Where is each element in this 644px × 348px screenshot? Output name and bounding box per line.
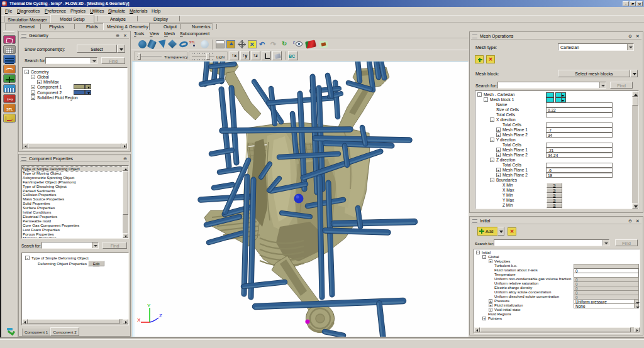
svg-text:X: X <box>137 317 141 323</box>
svg-text:Z: Z <box>159 313 162 318</box>
svg-text:Y: Y <box>147 303 151 308</box>
